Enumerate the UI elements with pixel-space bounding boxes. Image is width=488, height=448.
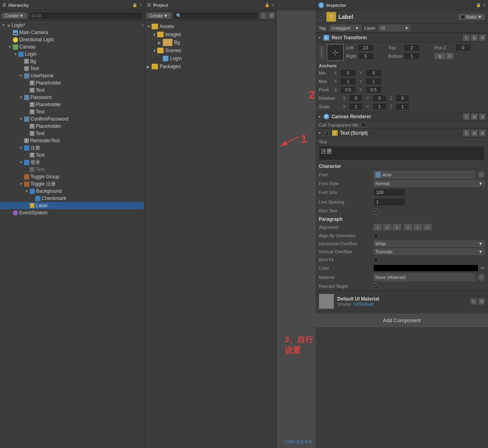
raycast-target-checkbox[interactable] [373,284,379,289]
align-by-geometry-checkbox[interactable] [373,233,379,238]
hierarchy-item-text1[interactable]: T Text [0,65,144,72]
material-picker-button[interactable]: ○ [478,274,485,281]
rot-y-input[interactable] [373,95,387,102]
project-item-bg-asset[interactable]: ▶ Bg [144,38,276,46]
hierarchy-item-login-root[interactable]: ▼ ◄ Login* ≡ [0,22,144,29]
project-create-button[interactable]: Create ▼ [146,12,172,19]
hierarchy-item-username[interactable]: ▼ UserName [0,72,144,79]
hierarchy-item-label[interactable]: T Label [0,202,144,209]
project-sort-button[interactable]: ↑ [260,12,267,19]
rt-btn2[interactable]: R [446,53,454,59]
hierarchy-item-password[interactable]: ▼ Password [0,94,144,101]
bottom-input[interactable] [404,52,420,60]
hierarchy-item-placeholder1[interactable]: T Placeholder [0,79,144,87]
hierarchy-item-zhuce[interactable]: ▼ 注册 [0,144,144,151]
project-view-button[interactable]: ☰ [268,12,275,19]
horiz-overflow-dropdown[interactable]: Wrap ▼ [373,240,485,247]
material-value-field[interactable]: None (Material) [373,273,475,281]
hierarchy-item-main-camera[interactable]: 📷 Main Camera [0,29,144,36]
cr-paste-button[interactable]: ⊞ [471,113,478,120]
rt-paste-button[interactable]: ⊞ [471,34,478,41]
font-value-field[interactable]: Arial [373,171,475,179]
left-input[interactable] [358,44,374,51]
hierarchy-item-checkmark[interactable]: Checkmark [0,195,144,202]
min-x-input[interactable] [340,69,356,77]
hierarchy-item-text3[interactable]: T Text [0,108,144,115]
hierarchy-item-text4[interactable]: T Text [0,130,144,137]
hierarchy-item-remindertext[interactable]: T ReminderText [0,137,144,144]
hierarchy-item-eventsystem[interactable]: EventSystem [0,209,144,216]
hierarchy-item-bg[interactable]: T Bg [0,58,144,65]
align-top-center-button[interactable]: ≡ [383,224,392,231]
font-style-dropdown[interactable]: Normal ▼ [373,180,485,187]
project-item-login-scene[interactable]: Login [144,54,276,63]
align-middle-left-button[interactable]: ≡ [404,224,413,231]
line-spacing-input[interactable] [373,198,405,206]
vert-overflow-dropdown[interactable]: Truncate ▼ [373,248,485,255]
font-picker-button[interactable]: ○ [478,171,485,178]
rt-btn1[interactable]: ⊞ [435,53,445,59]
align-middle-right-button[interactable]: ≡ [423,224,432,231]
project-item-images[interactable]: ▼ Images [144,30,276,38]
align-middle-center-button[interactable]: ≡ [413,224,422,231]
hierarchy-item-toggle-group[interactable]: Toggle Group [0,173,144,180]
hierarchy-item-directional-light[interactable]: Directional Light [0,36,144,43]
active-checkbox[interactable] [319,14,324,20]
material-gear-button[interactable]: ⚙ [478,298,485,305]
align-top-right-button[interactable]: ≡ [393,224,401,231]
hierarchy-item-login[interactable]: ▼ Login [0,50,144,58]
posz-input[interactable] [455,44,471,51]
align-top-left-button[interactable]: ≡ [373,224,382,231]
font-size-input[interactable] [373,188,405,196]
hierarchy-item-placeholder3[interactable]: T Placeholder [0,123,144,130]
rot-x-input[interactable] [349,95,363,102]
cr-gear-button[interactable]: ⚙ [479,113,486,120]
min-y-input[interactable] [366,69,382,77]
hierarchy-search-input[interactable] [29,12,142,20]
text-script-active-cb[interactable] [324,131,329,136]
cr-copy-button[interactable]: ⎘ [463,113,470,120]
static-button[interactable]: Static ▼ [458,14,485,20]
hierarchy-item-canvas[interactable]: ▼ Canvas [0,43,144,50]
cull-checkbox[interactable] [361,122,366,127]
right-input[interactable] [358,52,374,60]
hierarchy-item-toggle-zhuce[interactable]: ▼ Toggle 注册 [0,180,144,188]
hierarchy-create-button[interactable]: Create ▼ [2,12,27,19]
hierarchy-item-text6[interactable]: T Text [0,166,144,173]
tag-dropdown[interactable]: Untagged ▼ [329,25,361,31]
hierarchy-item-text5[interactable]: T Text [0,151,144,159]
ts-copy-button[interactable]: ⎘ [463,130,470,136]
max-x-input[interactable] [340,78,356,85]
pivot-y-input[interactable] [366,86,382,93]
ts-paste-button[interactable]: ⊞ [471,130,478,136]
pivot-x-input[interactable] [340,86,356,93]
add-component-button[interactable]: Add Component [316,314,488,327]
rt-copy-button[interactable]: ⎘ [463,34,470,41]
color-picker[interactable] [373,264,478,272]
scale-x-input[interactable] [349,103,363,110]
project-search-input[interactable] [173,12,259,20]
project-item-assets[interactable]: ▼ Assets [144,22,276,30]
project-item-packages[interactable]: ▶ Packages [144,63,276,71]
scale-z-input[interactable] [395,103,409,110]
material-copy-button[interactable]: ⎘ [470,298,477,305]
rich-text-checkbox[interactable] [373,208,379,214]
rot-z-input[interactable] [395,95,409,102]
scale-y-input[interactable] [373,103,387,110]
hierarchy-item-placeholder2[interactable]: T Placeholder [0,101,144,108]
color-edit-button[interactable]: ✏ [481,265,485,271]
ts-gear-button[interactable]: ⚙ [479,130,486,136]
rt-gear-button[interactable]: ⚙ [479,34,486,41]
hierarchy-item-confirmpassword[interactable]: ▼ ConfirmPassword [0,115,144,123]
layer-dropdown[interactable]: UI ▼ [379,25,411,31]
best-fit-checkbox[interactable] [373,257,379,262]
hierarchy-item-text2[interactable]: T Text [0,87,144,94]
project-item-scenes[interactable]: ▼ Scenes [144,46,276,54]
text-input-area[interactable]: 注册 [319,146,485,160]
hierarchy-item-denglu[interactable]: ▼ 登录 [0,159,144,166]
hierarchy-item-background[interactable]: ▼ Background [0,188,144,195]
max-y-input[interactable] [366,78,382,85]
top-input[interactable] [404,44,420,51]
anchor-visual[interactable]: ⊹ [327,44,344,61]
static-checkbox[interactable] [461,15,465,19]
